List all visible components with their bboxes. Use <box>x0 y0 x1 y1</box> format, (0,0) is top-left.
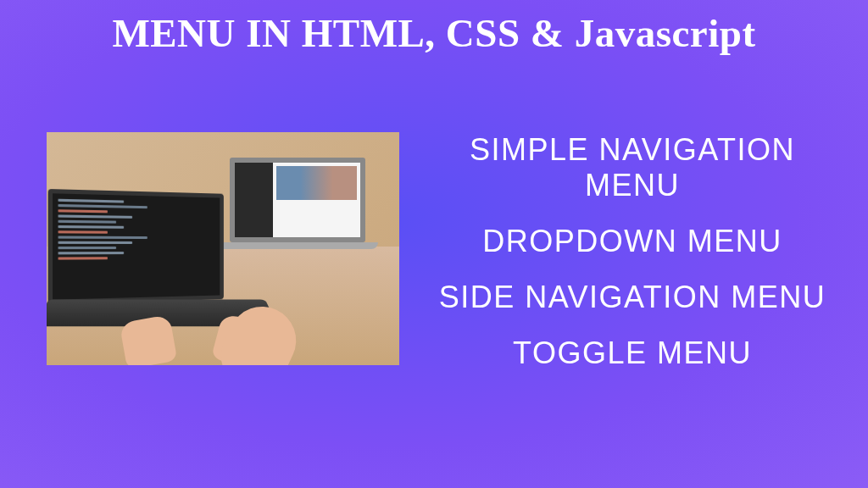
menu-item-dropdown: Dropdown Menu <box>429 224 836 259</box>
page-title: MENU IN HTML, CSS & Javascript <box>0 0 868 56</box>
laptops-illustration <box>47 132 399 365</box>
menu-item-toggle: Toggle Menu <box>429 336 836 371</box>
content-row: Simple Navigation Menu Dropdown Menu Sid… <box>0 132 868 371</box>
menu-list: Simple Navigation Menu Dropdown Menu Sid… <box>429 132 836 371</box>
menu-item-side-nav: Side Navigation Menu <box>429 280 836 315</box>
menu-item-simple-nav: Simple Navigation Menu <box>429 132 836 203</box>
